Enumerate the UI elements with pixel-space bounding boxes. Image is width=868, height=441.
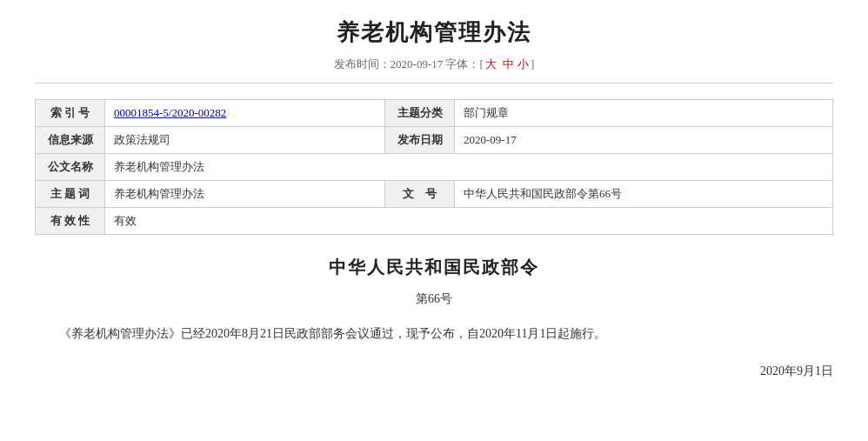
document-order-number: 第66号 bbox=[35, 291, 833, 307]
document-body: 《养老机构管理办法》已经2020年8月21日民政部部务会议通过，现予公布，自20… bbox=[35, 323, 833, 346]
value-index-no: 00001854-5/2020-00282 bbox=[105, 100, 385, 127]
meta-row-3: 公文名称 养老机构管理办法 bbox=[36, 154, 833, 181]
label-doc-name: 公文名称 bbox=[36, 154, 105, 181]
label-keywords: 主 题 词 bbox=[36, 181, 105, 208]
page-wrapper: 养老机构管理办法 发布时间：2020-09-17 字体：[大 中小] 索 引 号… bbox=[0, 0, 868, 441]
value-info-source: 政策法规司 bbox=[105, 127, 385, 154]
page-title: 养老机构管理办法 bbox=[35, 17, 833, 48]
value-keywords: 养老机构管理办法 bbox=[105, 181, 385, 208]
meta-table: 索 引 号 00001854-5/2020-00282 主题分类 部门规章 信息… bbox=[35, 99, 833, 235]
label-publish-date: 发布日期 bbox=[385, 127, 455, 154]
label-theme-category: 主题分类 bbox=[385, 100, 455, 127]
value-doc-number: 中华人民共和国民政部令第66号 bbox=[455, 181, 833, 208]
document-title: 中华人民共和国民政部令 bbox=[35, 256, 833, 279]
index-no-link[interactable]: 00001854-5/2020-00282 bbox=[114, 106, 226, 119]
value-publish-date: 2020-09-17 bbox=[455, 127, 833, 154]
meta-row-5: 有 效 性 有效 bbox=[36, 208, 833, 235]
value-theme-category: 部门规章 bbox=[455, 100, 833, 127]
value-validity: 有效 bbox=[105, 208, 833, 235]
publish-time-label: 发布时间：2020-09-17 字体：[ bbox=[334, 57, 484, 70]
publish-info: 发布时间：2020-09-17 字体：[大 中小] bbox=[35, 57, 833, 72]
font-small-link[interactable]: 小 bbox=[517, 57, 529, 70]
value-doc-name: 养老机构管理办法 bbox=[105, 154, 833, 181]
label-index-no: 索 引 号 bbox=[36, 100, 105, 127]
document-date: 2020年9月1日 bbox=[35, 364, 833, 379]
font-close: ] bbox=[531, 57, 534, 70]
font-medium-link[interactable]: 中 bbox=[503, 57, 514, 70]
divider bbox=[35, 83, 833, 84]
label-doc-number: 文 号 bbox=[385, 181, 455, 208]
meta-row-1: 索 引 号 00001854-5/2020-00282 主题分类 部门规章 bbox=[36, 100, 833, 127]
meta-row-4: 主 题 词 养老机构管理办法 文 号 中华人民共和国民政部令第66号 bbox=[36, 181, 833, 208]
label-info-source: 信息来源 bbox=[36, 127, 105, 154]
meta-row-2: 信息来源 政策法规司 发布日期 2020-09-17 bbox=[36, 127, 833, 154]
font-large-link[interactable]: 大 bbox=[485, 57, 497, 70]
label-validity: 有 效 性 bbox=[36, 208, 105, 235]
